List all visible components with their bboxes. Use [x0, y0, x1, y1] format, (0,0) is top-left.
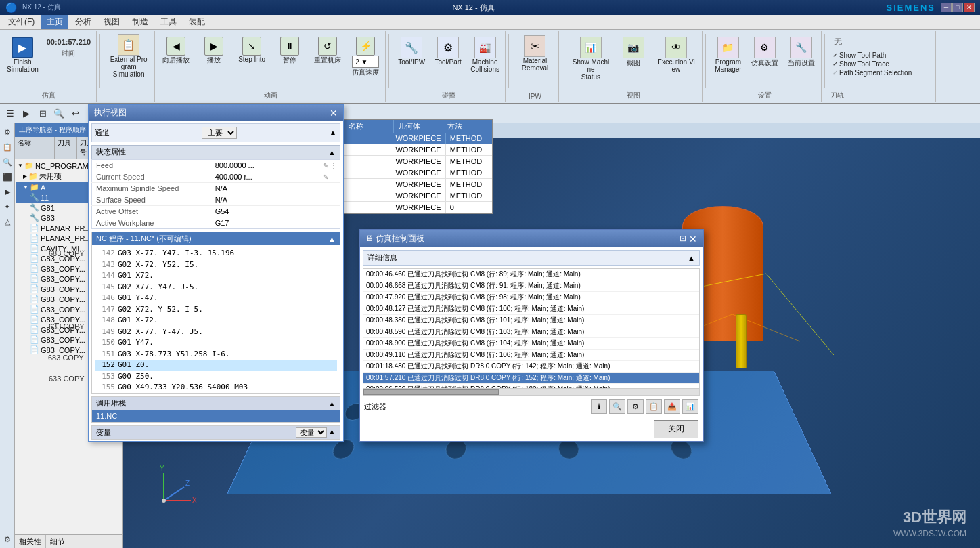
log-hscroll[interactable]	[363, 389, 700, 396]
show-tool-path-btn[interactable]: ✓ Show Tool Path	[830, 51, 933, 60]
menu-analysis[interactable]: 分析	[70, 15, 97, 29]
log-area[interactable]: 00:00:46.460 已通过刀具找到过切 CM8 (行: 89; 程序: M…	[363, 268, 700, 389]
left-icon-5[interactable]: ▶	[1, 186, 14, 198]
step-backward-btn[interactable]: ◀ 向后播放	[159, 35, 193, 66]
nc-text: 142G03 X-77. Y47. I-3. J5.196 143G02 X-7…	[92, 245, 340, 393]
reset-machine-btn[interactable]: ↺ 重置机床	[311, 35, 344, 66]
sim-speed-btn[interactable]: ⚡ 2 ▼ 仿真速度	[349, 35, 382, 79]
sim-dialog-resize[interactable]: ⊡	[680, 234, 686, 245]
menu-file[interactable]: 文件(F)	[3, 15, 40, 29]
pause-btn[interactable]: ⏸ 暂停	[273, 35, 307, 66]
close-btn[interactable]: ✕	[964, 3, 975, 12]
menu-view[interactable]: 视图	[98, 15, 125, 29]
nc-153-code: G00 Z50.	[118, 371, 154, 383]
play-btn[interactable]: ▶ 播放	[197, 35, 231, 66]
exec-dialog-close[interactable]: ✕	[330, 108, 338, 119]
nc-145-code: G02 X77. Y47. J-5.	[118, 282, 198, 293]
tool-part-btn[interactable]: ⚙ Tool/Part	[431, 35, 465, 67]
hscroll-thumb[interactable]	[363, 389, 499, 395]
pt-r5-method: METHOD	[446, 179, 492, 190]
maximize-btn[interactable]: □	[952, 3, 963, 12]
left-icon-7[interactable]: △	[1, 215, 14, 228]
toolbar-btn-2[interactable]: ▶	[19, 106, 34, 121]
detail-collapse[interactable]: ▲	[688, 254, 695, 262]
path-segment-btn[interactable]: ✓ Path Segment Selection	[830, 68, 933, 77]
minimize-btn[interactable]: ─	[941, 3, 952, 12]
correlation-btn[interactable]: 相关性	[15, 535, 46, 548]
finish-simulation-btn[interactable]: ▶ FinishSimulation	[4, 35, 41, 75]
pt-row-7[interactable]: WORKPIECE 0	[344, 202, 492, 213]
nc-code-header: NC 程序 - 11.NC* (不可编辑) ▲	[92, 232, 340, 245]
show-tool-trace-btn[interactable]: ✓ Show Tool Trace	[830, 60, 933, 68]
a-triangle[interactable]: ▼	[23, 184, 28, 190]
feed-more-icon[interactable]: ⋮	[330, 162, 337, 169]
left-icon-6[interactable]: ✦	[1, 201, 14, 213]
callstack-collapse[interactable]: ▲	[328, 400, 336, 408]
left-icon-1[interactable]: ⚙	[1, 126, 14, 138]
unused-triangle[interactable]: ▶	[23, 173, 27, 180]
menu-home[interactable]: 主页	[41, 15, 68, 29]
menu-tools[interactable]: 工具	[155, 15, 182, 29]
sim-dialog-close-btn[interactable]: 关闭	[654, 420, 698, 438]
toolbar-btn-1[interactable]: ☰	[3, 106, 18, 121]
speed-dropdown[interactable]: 2 ▼	[352, 56, 379, 68]
ext-prog-sim-btn[interactable]: 📋 External ProgramSimulation	[106, 33, 152, 100]
nc-143: 143G02 X-72. Y52. I5.	[95, 259, 337, 271]
feed-edit-icon[interactable]: ✎	[323, 162, 328, 169]
current-settings-btn[interactable]: 🔧 当前设置	[784, 35, 818, 69]
filter-btn-5[interactable]: 📤	[664, 399, 680, 414]
workplane-label: Active Workplane	[92, 217, 211, 229]
log-row-10-selected[interactable]: 00:01:57.210 已通过刀具消除过切 DR8.0 COPY (行: 15…	[363, 373, 699, 384]
filter-btn-4[interactable]: 📋	[646, 399, 662, 414]
pt-row-selected[interactable]: WORKPIECE METHOD	[344, 133, 492, 144]
channel-dropdown[interactable]: 主要	[202, 127, 237, 139]
sim-time: 00:01:57.210	[44, 37, 93, 47]
material-removal-btn[interactable]: ✂ MaterialRemoval	[518, 33, 552, 91]
menu-assembly[interactable]: 装配	[183, 15, 210, 29]
machine-col-btn[interactable]: 🏭 MachineCollisions	[468, 35, 502, 75]
filter-btn-3[interactable]: ⚙	[627, 399, 644, 414]
pause-icon: ⏸	[280, 37, 299, 56]
sim-settings-btn[interactable]: ⚙ 仿真设置	[748, 35, 782, 69]
exec-view-btn[interactable]: 👁 Execution View	[653, 35, 699, 75]
op-icon16: 📄	[30, 345, 39, 354]
pt-row-4[interactable]: WORKPIECE METHOD	[344, 167, 492, 179]
detail-btn[interactable]: 细节	[46, 535, 69, 548]
pt-r2-method: METHOD	[446, 144, 492, 155]
left-icon-4[interactable]: ⬛	[1, 171, 14, 183]
expand-triangle[interactable]: ▼	[18, 163, 23, 169]
toolbar-btn-3[interactable]: ⊞	[35, 106, 50, 121]
pt-row-3[interactable]: WORKPIECE METHOD	[344, 156, 492, 167]
filter-btn-1[interactable]: ℹ	[591, 399, 607, 414]
status-collapse[interactable]: ▲	[328, 148, 336, 156]
left-icon-8[interactable]: ⚙	[1, 533, 14, 545]
sim-dialog-close[interactable]: ✕	[689, 234, 697, 245]
left-icon-2[interactable]: 📋	[1, 141, 14, 153]
pt-row-6[interactable]: WORKPIECE METHOD	[344, 190, 492, 202]
var-collapse[interactable]: ▲	[328, 427, 336, 438]
left-icon-3[interactable]: 🔍	[1, 156, 14, 168]
speed-edit-icon[interactable]: ✎	[323, 173, 328, 181]
menu-bar: 文件(F) 主页 分析 视图 制造 工具 装配	[0, 15, 980, 30]
step-backward-label: 向后播放	[162, 56, 190, 65]
reset-icon: ↺	[318, 37, 337, 56]
toolbar-btn-5[interactable]: ↩	[68, 106, 83, 121]
time-label: 时间	[62, 49, 75, 58]
program-manager-btn[interactable]: 📁 ProgramManager	[711, 35, 745, 75]
nc-collapse[interactable]: ▲	[328, 235, 336, 243]
filter-btn-2[interactable]: 🔍	[609, 399, 625, 414]
show-machine-status-btn[interactable]: 📊 Show MachineStatus	[568, 35, 614, 82]
var-dropdown[interactable]: 变量	[296, 427, 327, 438]
pt-row-5[interactable]: WORKPIECE METHOD	[344, 179, 492, 190]
collapse-arrow[interactable]: ▲	[329, 128, 337, 138]
speed-more-icon[interactable]: ⋮	[330, 173, 337, 181]
menu-manufacture[interactable]: 制造	[127, 15, 154, 29]
filter-btn-6[interactable]: 📊	[682, 399, 698, 414]
tool-ipw-btn[interactable]: 🔧 Tool/IPW	[395, 35, 428, 67]
toolbar-btn-4[interactable]: 🔍	[51, 106, 66, 121]
settings-group: 📁 ProgramManager ⚙ 仿真设置 🔧 当前设置 设置	[709, 31, 822, 102]
pt-row-2[interactable]: WORKPIECE METHOD	[344, 144, 492, 156]
copy-label-633-2: 633 COPY	[49, 322, 85, 331]
snapshot-btn[interactable]: 📷 截图	[617, 35, 650, 69]
step-into-btn[interactable]: ↘ Step Into	[235, 35, 269, 64]
